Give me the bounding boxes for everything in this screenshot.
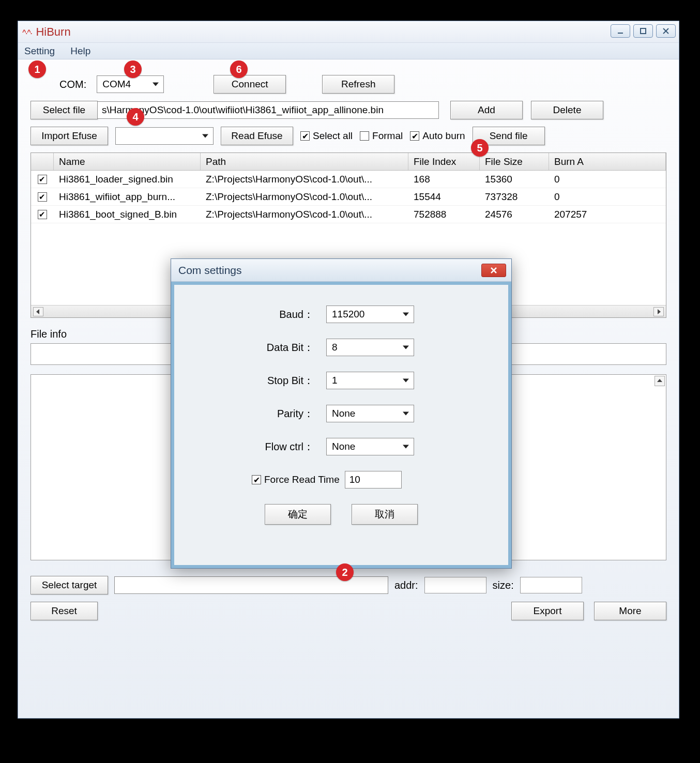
svg-rect-1: [641, 28, 646, 34]
dialog-titlebar: Com settings: [171, 259, 511, 282]
close-button[interactable]: [656, 24, 676, 38]
addr-input[interactable]: [424, 577, 486, 593]
chevron-down-icon: [201, 131, 210, 141]
chevron-down-icon: [401, 442, 410, 451]
th-index[interactable]: File Index: [408, 153, 480, 170]
chevron-down-icon: [401, 310, 410, 319]
svg-marker-5: [202, 134, 208, 138]
table-header: Name Path File Index File Size Burn A: [31, 153, 666, 171]
dialog-close-button[interactable]: [481, 264, 506, 277]
annotation-badge-3: 3: [124, 60, 142, 78]
annotation-badge-6: 6: [230, 60, 248, 78]
data-bit-label: Data Bit：: [241, 341, 314, 355]
menu-help[interactable]: Help: [67, 44, 94, 58]
dialog-title: Com settings: [178, 264, 242, 277]
checkbox-icon: [360, 131, 369, 141]
com-label: COM:: [59, 79, 86, 90]
svg-marker-4: [153, 82, 159, 86]
svg-marker-8: [657, 379, 662, 382]
annotation-badge-4: 4: [127, 108, 144, 126]
table-row[interactable]: ✔Hi3861_wifiiot_app_burn...Z:\Projects\H…: [31, 188, 666, 206]
more-button[interactable]: More: [594, 602, 666, 620]
title-bar: ^.^. HiBurn: [18, 21, 679, 43]
formal-checkbox[interactable]: Formal: [360, 130, 403, 142]
reset-button[interactable]: Reset: [31, 602, 98, 620]
scroll-left-icon[interactable]: [33, 307, 43, 316]
add-button[interactable]: Add: [450, 101, 523, 119]
stop-bit-select[interactable]: 1: [326, 372, 414, 389]
size-input[interactable]: [520, 577, 582, 593]
checkbox-icon: ✔: [252, 475, 261, 484]
window-title: HiBurn: [36, 25, 70, 39]
menu-bar: Setting Help: [18, 43, 679, 59]
th-name[interactable]: Name: [54, 153, 201, 170]
svg-marker-12: [403, 345, 409, 349]
connect-button[interactable]: Connect: [214, 75, 286, 94]
baud-select[interactable]: 115200: [326, 306, 414, 323]
annotation-badge-1: 1: [28, 60, 46, 78]
th-path[interactable]: Path: [201, 153, 408, 170]
checkbox-icon: ✔: [410, 131, 419, 141]
file-path-input[interactable]: s\HarmonyOS\cod-1.0\out\wifiiot\Hi3861_w…: [98, 101, 439, 119]
chevron-down-icon: [151, 80, 160, 89]
dialog-cancel-button[interactable]: 取消: [352, 504, 418, 525]
addr-label: addr:: [394, 579, 418, 591]
parity-select[interactable]: None: [326, 405, 414, 422]
svg-marker-11: [403, 312, 409, 316]
com-settings-dialog: Com settings Baud： 115200 Data Bit： 8 St…: [171, 258, 512, 569]
svg-marker-13: [403, 378, 409, 382]
chevron-down-icon: [401, 376, 410, 385]
dialog-ok-button[interactable]: 确定: [265, 504, 331, 525]
svg-marker-6: [36, 309, 39, 314]
parity-label: Parity：: [241, 407, 314, 421]
svg-marker-15: [403, 445, 409, 448]
force-read-input[interactable]: 10: [345, 471, 402, 489]
force-read-checkbox[interactable]: ✔ Force Read Time: [252, 474, 340, 485]
svg-marker-7: [658, 309, 661, 314]
minimize-button[interactable]: [611, 24, 630, 38]
checkbox-icon: ✔: [300, 131, 310, 141]
read-efuse-button[interactable]: Read Efuse: [221, 127, 293, 145]
efuse-select[interactable]: [115, 127, 214, 145]
select-file-button[interactable]: Select file: [31, 101, 98, 119]
baud-label: Baud：: [241, 308, 314, 322]
th-addr[interactable]: Burn A: [549, 153, 666, 170]
maximize-button[interactable]: [633, 24, 653, 38]
select-all-checkbox[interactable]: ✔ Select all: [300, 130, 353, 142]
table-row[interactable]: ✔Hi3861_loader_signed.binZ:\Projects\Har…: [31, 171, 666, 188]
dialog-body: Baud： 115200 Data Bit： 8 Stop Bit： 1 Par…: [171, 282, 511, 568]
app-icon: ^.^.: [22, 28, 32, 36]
annotation-badge-5: 5: [471, 139, 489, 157]
chevron-down-icon: [401, 409, 410, 418]
com-value: COM4: [102, 79, 131, 90]
scroll-up-icon[interactable]: [655, 376, 665, 386]
annotation-badge-2: 2: [336, 563, 354, 581]
com-select[interactable]: COM4: [97, 75, 164, 93]
svg-marker-14: [403, 411, 409, 415]
select-target-button[interactable]: Select target: [31, 576, 108, 594]
refresh-button[interactable]: Refresh: [322, 75, 394, 94]
menu-setting[interactable]: Setting: [21, 44, 58, 58]
delete-button[interactable]: Delete: [531, 101, 603, 119]
th-size[interactable]: File Size: [480, 153, 549, 170]
chevron-down-icon: [401, 343, 410, 352]
export-button[interactable]: Export: [511, 602, 584, 620]
flow-ctrl-label: Flow ctrl：: [241, 440, 314, 454]
table-row[interactable]: ✔Hi3861_boot_signed_B.binZ:\Projects\Har…: [31, 206, 666, 223]
data-bit-select[interactable]: 8: [326, 339, 414, 356]
size-label: size:: [493, 579, 514, 591]
stop-bit-label: Stop Bit：: [241, 374, 314, 388]
flow-ctrl-select[interactable]: None: [326, 438, 414, 455]
import-efuse-button[interactable]: Import Efuse: [31, 127, 108, 145]
auto-burn-checkbox[interactable]: ✔ Auto burn: [410, 130, 465, 142]
scroll-right-icon[interactable]: [653, 307, 664, 316]
